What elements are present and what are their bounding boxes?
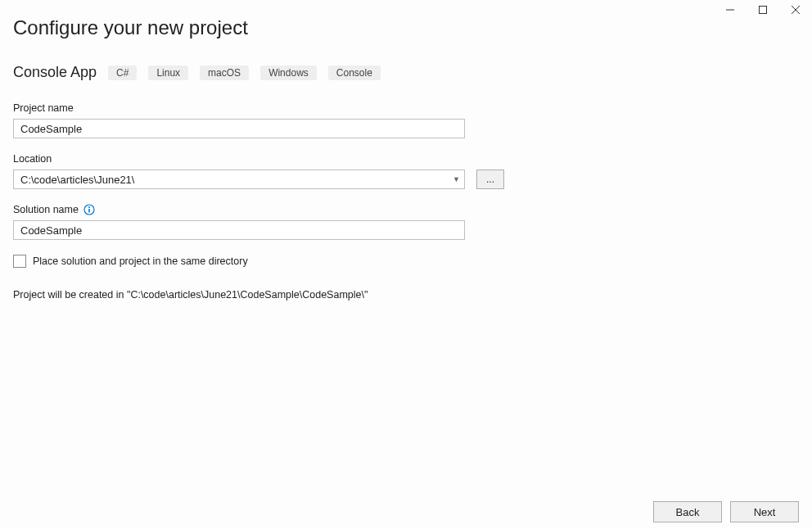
footer-buttons: Back Next xyxy=(653,501,799,522)
template-tag: macOS xyxy=(200,66,249,80)
solution-name-input[interactable] xyxy=(13,220,465,240)
svg-rect-1 xyxy=(760,7,767,14)
template-tag: Linux xyxy=(148,66,188,80)
browse-button[interactable]: ... xyxy=(476,170,504,189)
main-content: Configure your new project Console App C… xyxy=(13,16,799,301)
template-row: Console App C# Linux macOS Windows Conso… xyxy=(13,64,799,81)
location-label: Location xyxy=(13,153,508,165)
template-tag: C# xyxy=(108,66,137,80)
location-block: Location ▼ ... xyxy=(13,153,508,189)
template-name: Console App xyxy=(13,64,97,81)
solution-name-label-text: Solution name xyxy=(13,204,79,215)
page-title: Configure your new project xyxy=(13,16,799,39)
info-icon[interactable] xyxy=(83,204,95,215)
svg-rect-6 xyxy=(88,209,90,213)
svg-point-5 xyxy=(88,206,90,208)
template-tag: Console xyxy=(328,66,381,80)
same-directory-row: Place solution and project in the same d… xyxy=(13,255,508,268)
project-name-label: Project name xyxy=(13,102,508,114)
location-combo[interactable]: ▼ xyxy=(13,170,465,189)
same-directory-label: Place solution and project in the same d… xyxy=(33,255,248,267)
solution-name-label: Solution name xyxy=(13,204,508,215)
template-tag: Windows xyxy=(260,66,317,80)
solution-name-block: Solution name xyxy=(13,204,508,240)
form-section: Project name Location ▼ ... Solution nam… xyxy=(13,102,508,301)
same-directory-checkbox[interactable] xyxy=(13,255,26,268)
back-button[interactable]: Back xyxy=(653,501,722,522)
project-name-block: Project name xyxy=(13,102,508,138)
project-name-input[interactable] xyxy=(13,119,465,138)
location-input[interactable] xyxy=(13,170,465,189)
next-button[interactable]: Next xyxy=(730,501,799,522)
creation-path-summary: Project will be created in "C:\code\arti… xyxy=(13,289,508,301)
